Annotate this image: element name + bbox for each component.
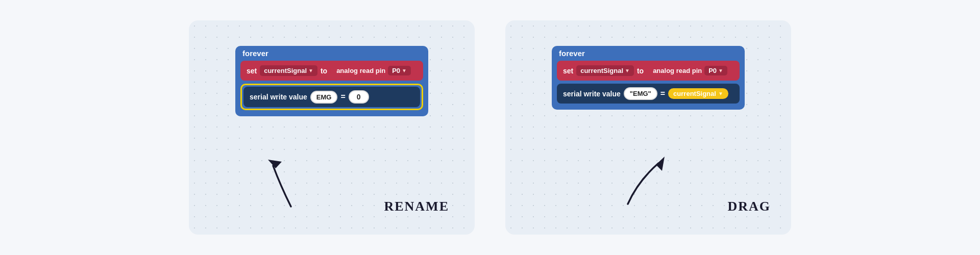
forever-block-left: forever set currentSignal ▼ to analog re…: [235, 46, 428, 116]
right-panel: forever set currentSignal ▼ to analog re…: [505, 20, 791, 235]
pin-arrow-right: ▼: [718, 68, 723, 73]
rename-label: RENAME: [384, 199, 449, 214]
equals-right: =: [660, 89, 665, 98]
serial-label-right: serial write value: [563, 90, 621, 98]
equals-left: =: [340, 92, 345, 101]
analog-block-right: analog read pin P0 ▼: [647, 64, 733, 77]
set-keyword-left: set: [247, 67, 257, 75]
serial-label-left: serial write value: [250, 93, 307, 101]
pin-badge-left: P0 ▼: [388, 66, 411, 75]
emg-badge-left: EMG: [310, 91, 338, 104]
svg-marker-0: [268, 160, 282, 168]
right-blocks: forever set currentSignal ▼ to analog re…: [552, 46, 745, 110]
current-signal-badge: currentSignal ▼: [668, 88, 728, 99]
drag-arrow: [607, 145, 679, 212]
rename-arrow: [245, 150, 316, 212]
analog-block-left: analog read pin P0 ▼: [330, 64, 417, 77]
dropdown-arrow-left: ▼: [308, 68, 313, 73]
forever-block-right: forever set currentSignal ▼ to analog re…: [552, 46, 745, 110]
to-label-right: to: [637, 67, 644, 75]
drag-label: DRAG: [727, 199, 771, 214]
pin-badge-right: P0 ▼: [704, 66, 727, 75]
forever-label-left: forever: [240, 49, 423, 58]
cs-arrow-right: ▼: [718, 91, 723, 96]
to-label-left: to: [321, 67, 327, 75]
forever-label-right: forever: [557, 49, 740, 58]
emg-badge-right: "EMG": [624, 87, 657, 100]
left-blocks: forever set currentSignal ▼ to analog re…: [235, 46, 428, 116]
pin-arrow-left: ▼: [402, 68, 407, 73]
value-badge-left: 0: [349, 90, 369, 104]
variable-badge-left: currentSignal ▼: [260, 65, 317, 76]
dropdown-arrow-right: ▼: [625, 68, 630, 73]
serial-block-right: serial write value "EMG" = currentSignal…: [557, 84, 740, 104]
serial-block-left: serial write value EMG = 0: [243, 87, 420, 107]
variable-badge-right: currentSignal ▼: [576, 65, 634, 76]
left-panel: forever set currentSignal ▼ to analog re…: [189, 20, 475, 235]
set-block-left: set currentSignal ▼ to analog read pin P…: [240, 61, 423, 81]
set-keyword-right: set: [563, 67, 573, 75]
set-block-right: set currentSignal ▼ to analog read pin P…: [557, 61, 740, 81]
svg-marker-1: [656, 157, 665, 171]
serial-highlight-left: serial write value EMG = 0: [240, 84, 423, 110]
